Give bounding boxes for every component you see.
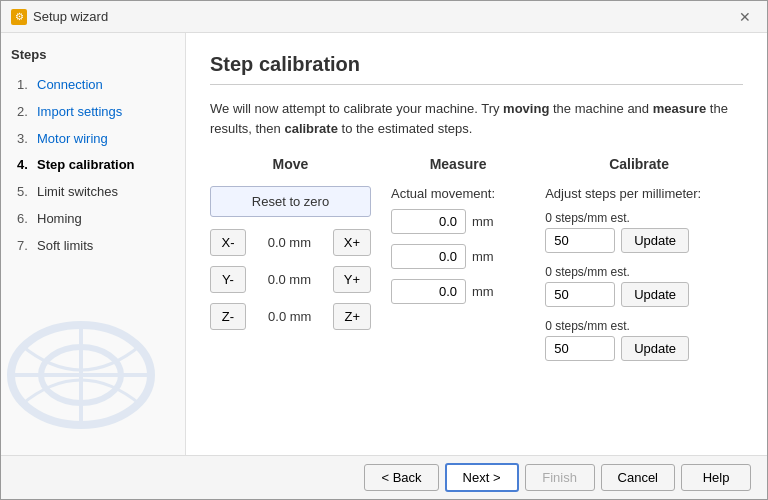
y-steps-est: 0 steps/mm est.	[545, 265, 733, 279]
x-calibrate-input[interactable]	[545, 228, 615, 253]
title-bar: ⚙ Setup wizard ✕	[1, 1, 767, 33]
calibration-grid: Move Reset to zero X- 0.0 mm X+ Y- 0.0 m…	[210, 156, 743, 435]
window-title: Setup wizard	[33, 9, 108, 24]
sidebar-watermark	[1, 315, 171, 435]
move-header: Move	[210, 156, 371, 172]
z-update-button[interactable]: Update	[621, 336, 689, 361]
content-area: Steps 1. Connection 2. Import settings 3…	[1, 33, 767, 455]
description: We will now attempt to calibrate your ma…	[210, 99, 743, 138]
x-steps-est: 0 steps/mm est.	[545, 211, 733, 225]
x-axis-row: X- 0.0 mm X+	[210, 229, 371, 256]
y-plus-button[interactable]: Y+	[333, 266, 371, 293]
sidebar-item-soft-limits: 7. Soft limits	[11, 233, 175, 260]
z-minus-button[interactable]: Z-	[210, 303, 246, 330]
back-button[interactable]: < Back	[364, 464, 438, 491]
sidebar-item-limit-switches: 5. Limit switches	[11, 179, 175, 206]
z-move-value: 0.0 mm	[252, 309, 327, 324]
x-calibrate-row: Update	[545, 228, 733, 253]
sidebar-item-homing: 6. Homing	[11, 206, 175, 233]
calibrate-header: Calibrate	[545, 156, 733, 172]
next-button[interactable]: Next >	[445, 463, 519, 492]
sidebar-item-motor[interactable]: 3. Motor wiring	[11, 126, 175, 153]
y-measure-row: mm	[391, 244, 525, 269]
z-steps-est: 0 steps/mm est.	[545, 319, 733, 333]
z-calibrate-row: Update	[545, 336, 733, 361]
footer: < Back Next > Finish Cancel Help	[1, 455, 767, 499]
y-calibrate-input[interactable]	[545, 282, 615, 307]
z-measure-row: mm	[391, 279, 525, 304]
y-axis-row: Y- 0.0 mm Y+	[210, 266, 371, 293]
x-minus-button[interactable]: X-	[210, 229, 246, 256]
sidebar-item-connection[interactable]: 1. Connection	[11, 72, 175, 99]
finish-button[interactable]: Finish	[525, 464, 595, 491]
z-measure-input[interactable]	[391, 279, 466, 304]
z-axis-row: Z- 0.0 mm Z+	[210, 303, 371, 330]
z-mm-label: mm	[472, 284, 494, 299]
y-minus-button[interactable]: Y-	[210, 266, 246, 293]
help-button[interactable]: Help	[681, 464, 751, 491]
close-button[interactable]: ✕	[733, 5, 757, 29]
x-update-button[interactable]: Update	[621, 228, 689, 253]
measure-rows: mm mm mm	[391, 209, 525, 314]
divider	[210, 84, 743, 85]
measure-header: Measure	[391, 156, 525, 172]
x-plus-button[interactable]: X+	[333, 229, 371, 256]
sidebar: Steps 1. Connection 2. Import settings 3…	[1, 33, 186, 455]
x-move-value: 0.0 mm	[252, 235, 327, 250]
x-measure-row: mm	[391, 209, 525, 234]
y-mm-label: mm	[472, 249, 494, 264]
x-measure-input[interactable]	[391, 209, 466, 234]
measure-column: Measure Actual movement: mm mm	[381, 156, 535, 435]
y-move-value: 0.0 mm	[252, 272, 327, 287]
y-update-button[interactable]: Update	[621, 282, 689, 307]
move-column: Move Reset to zero X- 0.0 mm X+ Y- 0.0 m…	[210, 156, 381, 435]
page-title: Step calibration	[210, 53, 743, 76]
sidebar-item-import[interactable]: 2. Import settings	[11, 99, 175, 126]
z-plus-button[interactable]: Z+	[333, 303, 371, 330]
z-calibrate-input[interactable]	[545, 336, 615, 361]
y-calibrate-row: Update	[545, 282, 733, 307]
x-mm-label: mm	[472, 214, 494, 229]
main-content: Step calibration We will now attempt to …	[186, 33, 767, 455]
title-bar-left: ⚙ Setup wizard	[11, 9, 108, 25]
y-measure-input[interactable]	[391, 244, 466, 269]
reset-to-zero-button[interactable]: Reset to zero	[210, 186, 371, 217]
app-icon: ⚙	[11, 9, 27, 25]
calibrate-column: Calibrate Adjust steps per millimeter: 0…	[535, 156, 743, 435]
cancel-button[interactable]: Cancel	[601, 464, 675, 491]
sidebar-item-step-calibration: 4. Step calibration	[11, 152, 175, 179]
actual-movement-label: Actual movement:	[391, 186, 525, 201]
calibrate-rows: 0 steps/mm est. Update 0 steps/mm est. U…	[545, 209, 733, 371]
adjust-steps-label: Adjust steps per millimeter:	[545, 186, 733, 201]
main-window: ⚙ Setup wizard ✕ Steps 1. Connection 2. …	[0, 0, 768, 500]
sidebar-title: Steps	[11, 47, 175, 62]
